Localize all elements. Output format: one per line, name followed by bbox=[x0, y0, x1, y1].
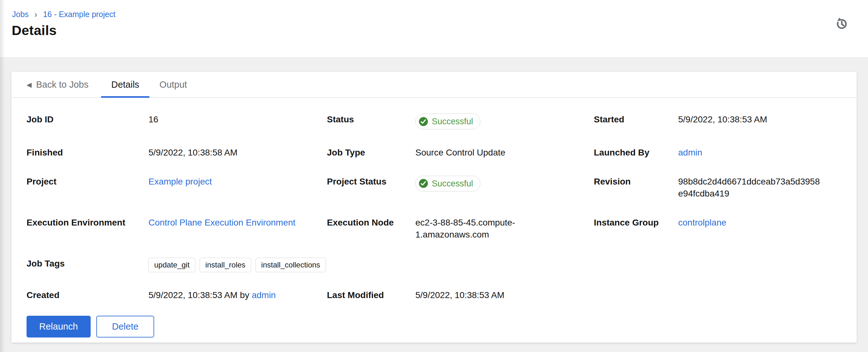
started-label: Started bbox=[594, 113, 678, 126]
status-badge-label: Successful bbox=[432, 115, 473, 128]
job-type-value: Source Control Update bbox=[415, 147, 594, 159]
job-tag-chip: install_roles bbox=[199, 258, 251, 272]
finished-label: Finished bbox=[27, 147, 149, 159]
tab-bar: ◀ Back to Jobs Details Output bbox=[11, 72, 857, 98]
sidebar-edge-shadow bbox=[0, 0, 5, 352]
job-id-value: 16 bbox=[149, 113, 327, 126]
created-label: Created bbox=[27, 289, 149, 301]
job-id-label: Job ID bbox=[27, 113, 149, 126]
launched-by-link[interactable]: admin bbox=[678, 148, 702, 157]
project-label: Project bbox=[27, 176, 149, 188]
instance-group-link[interactable]: controlplane bbox=[678, 218, 726, 227]
back-to-jobs-tab[interactable]: ◀ Back to Jobs bbox=[27, 72, 101, 98]
project-link[interactable]: Example project bbox=[149, 177, 212, 186]
last-modified-label: Last Modified bbox=[327, 289, 415, 301]
execution-node-value: ec2-3-88-85-45.compute-1.amazonaws.com bbox=[415, 217, 594, 241]
history-icon bbox=[835, 17, 848, 32]
job-tags-list: update_git install_roles install_collect… bbox=[149, 258, 839, 272]
revision-label: Revision bbox=[594, 176, 678, 188]
job-tag-chip: update_git bbox=[149, 258, 195, 272]
revision-value: 98b8dc2d4d6671ddceab73a5d3958e94fcdba419 bbox=[678, 176, 839, 200]
job-type-label: Job Type bbox=[327, 147, 415, 159]
execution-environment-link[interactable]: Control Plane Execution Environment bbox=[149, 218, 295, 227]
project-status-label: Project Status bbox=[327, 176, 415, 188]
created-datetime: 5/9/2022, 10:38:53 AM by bbox=[149, 290, 252, 300]
details-card: ◀ Back to Jobs Details Output Job ID 16 … bbox=[11, 72, 857, 343]
finished-value: 5/9/2022, 10:38:58 AM bbox=[149, 147, 327, 159]
job-tags-label: Job Tags bbox=[27, 258, 149, 270]
execution-node-label: Execution Node bbox=[327, 217, 415, 229]
details-list: Job ID 16 Status Successful Started 5/9/… bbox=[27, 113, 839, 301]
page-title: Details bbox=[12, 23, 57, 38]
instance-group-label: Instance Group bbox=[594, 217, 678, 229]
page-header: Jobs › 16 - Example project Details bbox=[0, 0, 868, 57]
project-status-badge-label: Successful bbox=[432, 178, 473, 189]
created-by-link[interactable]: admin bbox=[252, 290, 276, 300]
check-circle-icon bbox=[418, 117, 428, 127]
last-modified-value: 5/9/2022, 10:38:53 AM bbox=[415, 289, 594, 301]
created-value: 5/9/2022, 10:38:53 AM by admin bbox=[149, 289, 327, 301]
chevron-right-icon: › bbox=[34, 9, 37, 19]
breadcrumb-link-job[interactable]: 16 - Example project bbox=[43, 10, 115, 19]
job-details-page: Jobs › 16 - Example project Details ◀ Ba… bbox=[0, 0, 868, 352]
status-label: Status bbox=[327, 113, 415, 126]
started-value: 5/9/2022, 10:38:53 AM bbox=[678, 113, 839, 126]
status-badge: Successful bbox=[415, 113, 480, 129]
tab-details[interactable]: Details bbox=[101, 72, 149, 98]
breadcrumb: Jobs › 16 - Example project bbox=[12, 9, 115, 19]
relaunch-button[interactable]: Relaunch bbox=[27, 316, 91, 338]
execution-environment-label: Execution Environment bbox=[27, 217, 149, 229]
project-status-badge: Successful bbox=[415, 176, 480, 191]
caret-left-icon: ◀ bbox=[27, 81, 32, 88]
check-circle-icon bbox=[418, 178, 428, 188]
action-buttons: Relaunch Delete bbox=[27, 316, 857, 338]
breadcrumb-link-jobs[interactable]: Jobs bbox=[12, 10, 29, 19]
delete-button[interactable]: Delete bbox=[96, 316, 154, 338]
tab-output[interactable]: Output bbox=[149, 72, 197, 98]
job-tag-chip: install_collections bbox=[255, 258, 326, 272]
back-to-jobs-label: Back to Jobs bbox=[36, 79, 88, 90]
launched-by-label: Launched By bbox=[594, 147, 678, 159]
history-button[interactable] bbox=[833, 16, 850, 32]
